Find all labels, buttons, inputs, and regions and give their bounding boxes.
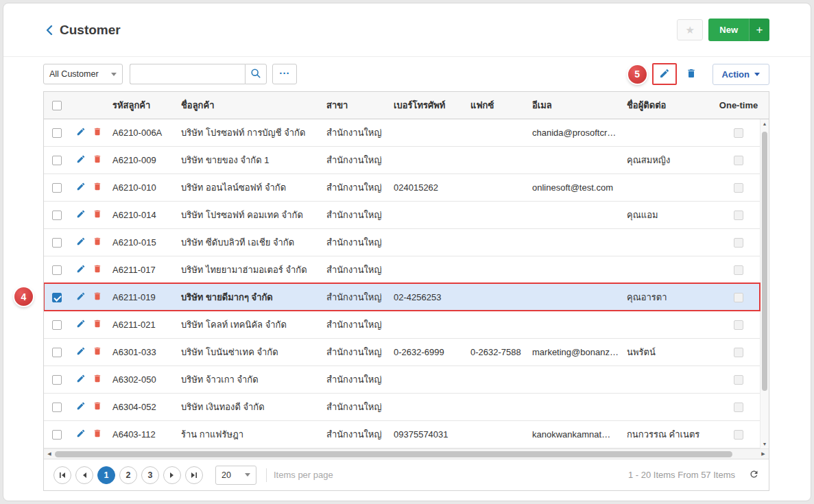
back-chevron-icon[interactable]: [45, 24, 54, 36]
one-time-checkbox[interactable]: [734, 156, 743, 165]
table-row[interactable]: A6304-052 บริษัท เงินทองดี จำกัด สำนักงา…: [44, 394, 760, 421]
table-row[interactable]: A6210-009 บริษัท ขายของ จำกัด 1 สำนักงาน…: [44, 147, 760, 174]
table-row[interactable]: A6301-033 บริษัท โบนันซ่าเทค จำกัด สำนัก…: [44, 339, 760, 366]
row-checkbox[interactable]: [52, 430, 62, 440]
table-row[interactable]: A6210-010 บริษัท ออนไลน์ซอฟท์ จำกัด สำนั…: [44, 174, 760, 202]
table-row[interactable]: A6211-017 บริษัท ไทยยามาฮ่ามอเตอร์ จำกัด…: [44, 256, 760, 284]
row-edit-button[interactable]: [74, 345, 88, 360]
one-time-checkbox[interactable]: [734, 265, 743, 275]
first-page-button[interactable]: [53, 466, 71, 484]
search-button[interactable]: [245, 64, 267, 84]
page-button-2[interactable]: 2: [119, 466, 137, 484]
column-header-branch[interactable]: สาขา: [322, 98, 390, 112]
new-button[interactable]: New: [708, 19, 749, 41]
column-header-name[interactable]: ชื่อลูกค้า: [177, 98, 322, 112]
row-checkbox[interactable]: [52, 183, 62, 193]
row-delete-button[interactable]: [91, 345, 104, 360]
row-delete-button[interactable]: [91, 263, 104, 278]
table-row[interactable]: A6302-050 บริษัท จ้าวเกา จำกัด สำนักงานใ…: [44, 366, 760, 394]
table-row[interactable]: A6210-006A บริษัท โปรซอฟท์ การบัญชี จำกั…: [44, 119, 760, 147]
table-row[interactable]: A6211-021 บริษัท โคลท์ เทคนิคัล จำกัด สำ…: [44, 311, 760, 339]
table-row[interactable]: A6210-014 บริษัท โปรซอฟท์ คอมเทค จำกัด ส…: [44, 202, 760, 229]
table-row[interactable]: A6403-112 ร้าน กาแฟรัษฎา สำนักงานใหญ่ 09…: [44, 421, 760, 448]
row-checkbox[interactable]: [52, 293, 62, 302]
column-header-phone[interactable]: เบอร์โทรศัพท์: [390, 98, 466, 112]
page-button-3[interactable]: 3: [141, 466, 159, 484]
one-time-checkbox[interactable]: [734, 430, 743, 440]
one-time-checkbox[interactable]: [734, 293, 743, 302]
row-checkbox[interactable]: [52, 265, 62, 275]
horizontal-scrollbar-track[interactable]: [53, 451, 759, 457]
action-button[interactable]: Action: [713, 64, 769, 85]
table-row[interactable]: A6210-015 บริษัท ซีดับบลิวที เอเชีย จำกั…: [44, 229, 760, 256]
scroll-left-icon[interactable]: ◀: [45, 451, 53, 457]
row-edit-button[interactable]: [74, 317, 88, 333]
row-delete-button[interactable]: [91, 317, 104, 333]
row-checkbox[interactable]: [52, 128, 62, 138]
last-page-button[interactable]: [185, 466, 203, 484]
horizontal-scrollbar[interactable]: ◀ ▶: [44, 448, 769, 459]
edit-button[interactable]: [654, 64, 675, 84]
row-edit-button[interactable]: [74, 180, 88, 195]
favorite-button[interactable]: ★: [677, 19, 703, 40]
row-edit-button[interactable]: [74, 235, 88, 250]
row-edit-button[interactable]: [74, 153, 88, 168]
customer-name: บริษัท โปรซอฟท์ การบัญชี จำกัด: [177, 125, 322, 140]
table-row[interactable]: A6211-019 บริษัท ขายดีมากๆ จำกัด สำนักงา…: [44, 284, 760, 311]
next-page-button[interactable]: [163, 466, 181, 484]
column-header-fax[interactable]: แฟกซ์: [466, 98, 528, 112]
row-edit-button[interactable]: [74, 427, 88, 442]
more-options-button[interactable]: ...: [272, 64, 297, 84]
one-time-checkbox[interactable]: [734, 183, 743, 193]
customer-filter-select[interactable]: All Customer: [43, 64, 123, 84]
scroll-down-icon[interactable]: ▼: [761, 442, 769, 446]
one-time-checkbox[interactable]: [734, 348, 743, 357]
refresh-button[interactable]: [749, 469, 759, 481]
customer-grid: รหัสลูกค้า ชื่อลูกค้า สาขา เบอร์โทรศัพท์…: [43, 91, 769, 491]
row-edit-button[interactable]: [74, 263, 88, 278]
row-delete-button[interactable]: [91, 400, 104, 415]
row-edit-button[interactable]: [74, 400, 88, 415]
items-per-page-select[interactable]: 20: [215, 466, 256, 485]
row-delete-button[interactable]: [91, 235, 104, 250]
row-edit-button[interactable]: [74, 372, 88, 387]
delete-button[interactable]: [681, 64, 702, 84]
row-checkbox[interactable]: [52, 211, 62, 220]
one-time-checkbox[interactable]: [734, 320, 743, 330]
one-time-checkbox[interactable]: [734, 403, 743, 412]
row-checkbox[interactable]: [52, 375, 62, 385]
row-delete-button[interactable]: [91, 372, 104, 387]
row-checkbox[interactable]: [52, 320, 62, 330]
row-delete-button[interactable]: [91, 125, 104, 141]
one-time-checkbox[interactable]: [734, 128, 743, 138]
page-button-1[interactable]: 1: [97, 466, 115, 484]
row-delete-button[interactable]: [91, 153, 104, 168]
row-checkbox[interactable]: [52, 403, 62, 412]
row-checkbox[interactable]: [52, 238, 62, 248]
row-delete-button[interactable]: [91, 180, 104, 195]
row-checkbox[interactable]: [52, 156, 62, 165]
select-all-checkbox[interactable]: [52, 101, 62, 110]
row-delete-button[interactable]: [91, 208, 104, 223]
scroll-up-icon[interactable]: ▲: [761, 121, 769, 126]
prev-page-button[interactable]: [75, 466, 93, 484]
one-time-checkbox[interactable]: [734, 211, 743, 220]
row-edit-button[interactable]: [74, 125, 88, 141]
one-time-checkbox[interactable]: [734, 238, 743, 248]
vertical-scrollbar-thumb[interactable]: [762, 132, 767, 391]
row-edit-button[interactable]: [74, 208, 88, 223]
one-time-checkbox[interactable]: [734, 375, 743, 385]
column-header-onetime[interactable]: One-time: [717, 100, 760, 110]
horizontal-scrollbar-thumb[interactable]: [55, 451, 732, 457]
row-delete-button[interactable]: [91, 427, 104, 442]
vertical-scrollbar[interactable]: ▲ ▼: [760, 119, 769, 448]
row-edit-button[interactable]: [74, 290, 88, 305]
column-header-contact[interactable]: ชื่อผู้ติดต่อ: [623, 98, 717, 112]
new-plus-button[interactable]: +: [749, 19, 769, 41]
scroll-right-icon[interactable]: ▶: [759, 451, 767, 457]
search-input[interactable]: [130, 64, 245, 84]
row-delete-button[interactable]: [91, 290, 104, 305]
column-header-code[interactable]: รหัสลูกค้า: [108, 98, 177, 112]
row-checkbox[interactable]: [52, 348, 62, 357]
column-header-email[interactable]: อีเมล: [528, 98, 623, 112]
